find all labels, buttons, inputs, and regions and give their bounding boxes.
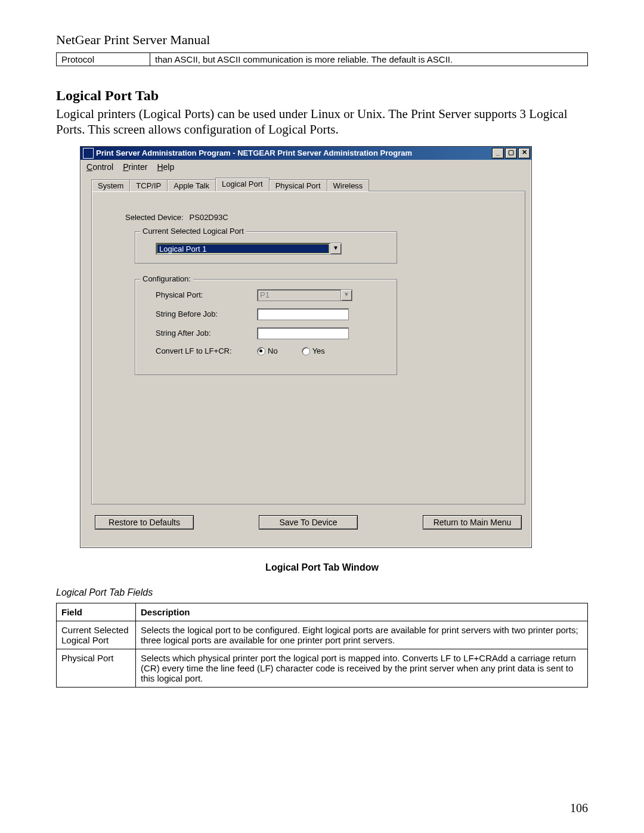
selected-device-value: PS02D93C — [190, 213, 228, 222]
maximize-button[interactable]: ▢ — [505, 148, 517, 159]
selected-device-label: Selected Device: — [125, 213, 184, 222]
save-to-device-button[interactable]: Save To Device — [259, 515, 358, 529]
field-name: Current Selected Logical Port — [57, 621, 136, 649]
group-legend-config: Configuration: — [140, 274, 193, 283]
group-legend-current: Current Selected Logical Port — [140, 227, 246, 236]
field-name: Physical Port — [57, 649, 136, 687]
radio-no[interactable]: No — [257, 346, 278, 356]
fields-header-field: Field — [57, 603, 136, 621]
tab-system[interactable]: System — [91, 179, 130, 191]
tab-logical-port[interactable]: Logical Port — [215, 178, 270, 191]
radio-icon — [257, 347, 265, 355]
menu-control[interactable]: Control — [86, 162, 113, 172]
string-after-input[interactable] — [257, 327, 349, 339]
titlebar[interactable]: Print Server Administration Program - NE… — [80, 147, 531, 160]
tab-physical-port[interactable]: Physical Port — [269, 179, 327, 191]
minimize-button[interactable]: _ — [492, 148, 504, 159]
tab-tcpip[interactable]: TCP/IP — [129, 179, 168, 191]
section-paragraph: Logical printers (Logical Ports) can be … — [56, 106, 588, 138]
section-heading: Logical Port Tab — [56, 88, 588, 104]
menu-help[interactable]: Help — [157, 162, 174, 172]
app-icon — [83, 148, 94, 159]
figure-caption: Logical Port Tab Window — [56, 562, 588, 573]
field-desc: Selects the logical port to be configure… — [136, 621, 588, 649]
return-main-menu-button[interactable]: Return to Main Menu — [423, 515, 522, 529]
configuration-group: Configuration: Physical Port: P1 ▼ Strin… — [135, 279, 397, 376]
field-desc: Selects which physical printer port the … — [136, 649, 588, 687]
close-button[interactable]: ✕ — [518, 148, 530, 159]
logical-port-combo-value: Logical Port 1 — [157, 244, 329, 253]
restore-defaults-button[interactable]: Restore to Defaults — [95, 515, 194, 529]
string-before-input[interactable] — [257, 308, 349, 320]
radio-yes[interactable]: Yes — [302, 346, 325, 356]
current-logical-port-group: Current Selected Logical Port Logical Po… — [135, 231, 397, 264]
chevron-down-icon: ▼ — [340, 290, 352, 301]
table-row: Current Selected Logical Port Selects th… — [57, 621, 588, 649]
tab-strip: System TCP/IP Apple Talk Logical Port Ph… — [91, 179, 525, 191]
titlebar-text: Print Server Administration Program - NE… — [96, 148, 492, 157]
table-row: Physical Port Selects which physical pri… — [57, 649, 588, 687]
page-header: NetGear Print Server Manual — [56, 32, 588, 48]
fields-table: Field Description Current Selected Logic… — [56, 603, 588, 688]
top-table-desc: than ASCII, but ASCII communication is m… — [150, 53, 588, 66]
chevron-down-icon[interactable]: ▼ — [330, 243, 341, 254]
menu-bar: Control Printer Help — [80, 160, 531, 174]
tab-appletalk[interactable]: Apple Talk — [167, 179, 216, 191]
string-after-label: String After Job: — [156, 329, 257, 337]
table-caption: Logical Port Tab Fields — [56, 587, 588, 598]
page-number: 106 — [570, 801, 588, 815]
physical-port-value: P1 — [258, 290, 340, 301]
top-fragment-table: Protocol than ASCII, but ASCII communica… — [56, 52, 588, 66]
convert-lf-label: Convert LF to LF+CR: — [156, 346, 257, 355]
radio-icon — [302, 347, 310, 355]
menu-printer[interactable]: Printer — [123, 162, 147, 172]
physical-port-label: Physical Port: — [156, 290, 257, 299]
logical-port-combo[interactable]: Logical Port 1 ▼ — [156, 243, 342, 255]
tab-panel: Selected Device: PS02D93C Current Select… — [91, 191, 525, 504]
string-before-label: String Before Job: — [156, 309, 257, 318]
top-table-field: Protocol — [57, 53, 150, 66]
physical-port-combo[interactable]: P1 ▼ — [257, 289, 352, 301]
app-window: Print Server Administration Program - NE… — [80, 146, 532, 548]
fields-header-description: Description — [136, 603, 588, 621]
tab-wireless[interactable]: Wireless — [327, 179, 370, 191]
